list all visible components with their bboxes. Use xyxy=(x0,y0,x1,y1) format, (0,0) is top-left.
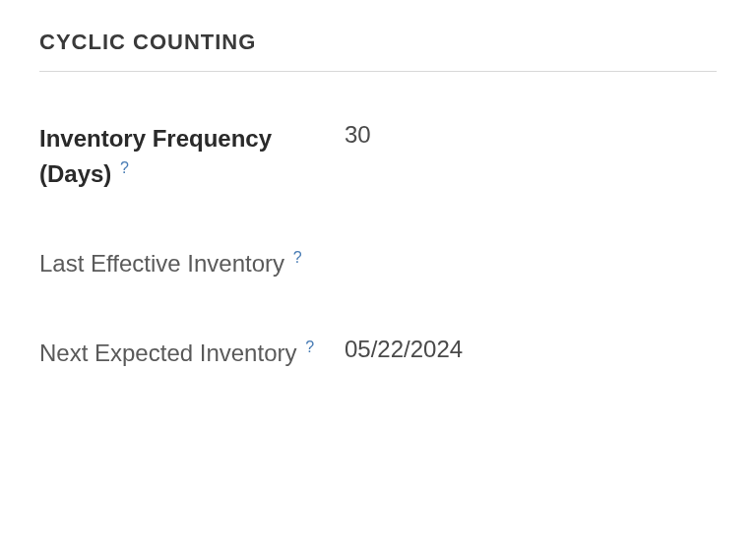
fields-container: Inventory Frequency (Days) ? 30 Last Eff… xyxy=(39,121,717,371)
help-icon[interactable]: ? xyxy=(305,336,314,359)
field-label-next-expected-inventory: Next Expected Inventory ? xyxy=(39,336,335,371)
field-label-inventory-frequency: Inventory Frequency (Days) ? xyxy=(39,121,335,192)
field-row-inventory-frequency: Inventory Frequency (Days) ? 30 xyxy=(39,121,717,192)
field-value-inventory-frequency: 30 xyxy=(335,121,371,149)
field-row-next-expected-inventory: Next Expected Inventory ? 05/22/2024 xyxy=(39,336,717,371)
field-value-next-expected-inventory: 05/22/2024 xyxy=(335,336,463,363)
section-header: CYCLIC COUNTING xyxy=(39,30,717,72)
help-icon[interactable]: ? xyxy=(293,246,302,270)
field-label-last-effective-inventory: Last Effective Inventory ? xyxy=(39,246,335,281)
label-text: Last Effective Inventory xyxy=(39,250,284,277)
help-icon[interactable]: ? xyxy=(120,156,129,180)
label-text: Next Expected Inventory xyxy=(39,340,296,366)
field-row-last-effective-inventory: Last Effective Inventory ? xyxy=(39,246,717,281)
label-text: Inventory Frequency (Days) xyxy=(39,125,272,187)
